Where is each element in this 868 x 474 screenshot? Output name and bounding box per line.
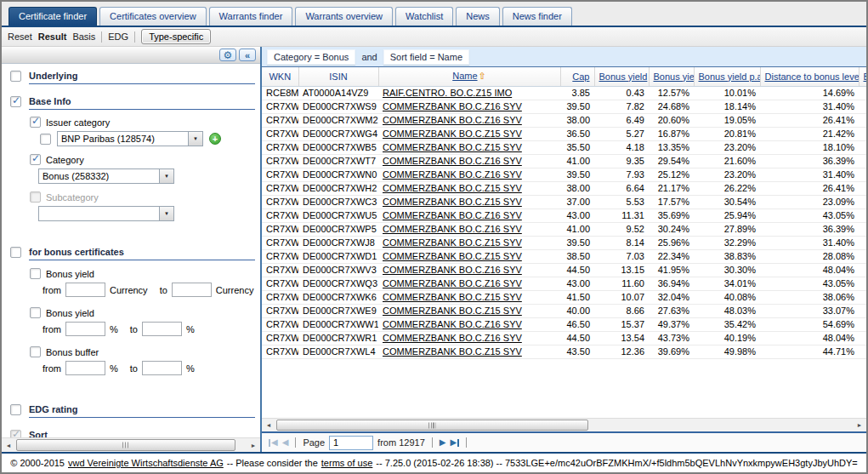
- bonus-yield-currency-checkbox[interactable]: [30, 268, 41, 279]
- table-row[interactable]: CR7XWUDE000CR7XWU5COMMERZBANK BO.C.Z16 S…: [262, 208, 866, 222]
- sidebar-horizontal-scrollbar[interactable]: ◄ ►: [2, 437, 260, 452]
- bonus-buffer-checkbox[interactable]: [30, 346, 41, 357]
- certificate-name-link[interactable]: COMMERZBANK BO.C.Z15 SYV: [383, 128, 522, 139]
- toolbar-edg[interactable]: EDG: [108, 31, 128, 42]
- category-checkbox[interactable]: [30, 154, 41, 165]
- table-row[interactable]: CR7XWTDE000CR7XWT7COMMERZBANK BO.C.Z16 S…: [262, 154, 866, 168]
- page-number-input[interactable]: [329, 436, 373, 450]
- dropdown-arrow-icon[interactable]: ▼: [159, 169, 173, 183]
- bonus-yield-percent-to-input[interactable]: [142, 322, 182, 336]
- column-header-name-2[interactable]: Name⇧: [378, 67, 560, 86]
- column-header-distance-to-bonus-level-7[interactable]: Distance to bonus level: [760, 67, 859, 86]
- scroll-left-arrow-icon[interactable]: ◄: [2, 438, 15, 452]
- issuer-select[interactable]: BNP Paribas (128574) ▼: [57, 131, 203, 146]
- table-row[interactable]: CR7XWSDE000CR7XWS9COMMERZBANK BO.C.Z16 S…: [262, 100, 866, 113]
- certificate-name-link[interactable]: COMMERZBANK BO.C.Z15 SYV: [383, 237, 522, 248]
- table-row[interactable]: RCE8MHAT0000A14VZ9RAIF.CENTRO. BO.C.Z15 …: [262, 86, 866, 100]
- scroll-right-arrow-icon[interactable]: ►: [853, 419, 866, 431]
- table-row[interactable]: CR7XWLDE000CR7XWL4COMMERZBANK BO.C.Z15 S…: [262, 345, 866, 358]
- filter-chip-category[interactable]: Category = Bonus: [267, 49, 355, 65]
- certificate-name-link[interactable]: COMMERZBANK BO.C.Z15 SYV: [383, 183, 522, 193]
- table-row[interactable]: CR7XWWDE000CR7XWW1COMMERZBANK BO.C.Z16 S…: [262, 317, 866, 331]
- next-page-button[interactable]: ▶: [440, 438, 446, 447]
- last-page-button[interactable]: ▶: [450, 438, 459, 447]
- bonus-buffer-from-input[interactable]: [65, 361, 105, 375]
- table-row[interactable]: CR7XWQDE000CR7XWQ3COMMERZBANK BO.C.Z16 S…: [262, 277, 866, 290]
- tab-warrants-finder[interactable]: Warrants finder: [209, 7, 293, 26]
- first-page-button[interactable]: ◀: [269, 438, 278, 447]
- sort-checkbox[interactable]: [10, 430, 21, 437]
- tab-warrants-overview[interactable]: Warrants overview: [295, 7, 393, 26]
- certificate-name-link[interactable]: COMMERZBANK BO.C.Z15 SYV: [383, 142, 522, 152]
- category-select[interactable]: Bonus (258332) ▼: [38, 168, 174, 184]
- bonus-yield-percent-from-input[interactable]: [65, 322, 105, 336]
- certificate-name-link[interactable]: COMMERZBANK BO.C.Z16 SYV: [383, 156, 522, 166]
- bonus-yield-currency-from-input[interactable]: [65, 283, 105, 297]
- certificate-name-link[interactable]: COMMERZBANK BO.C.Z16 SYV: [383, 319, 522, 329]
- scrollbar-thumb[interactable]: [276, 420, 588, 431]
- dropdown-arrow-icon[interactable]: ▼: [188, 132, 202, 146]
- column-header-bonus-yield-p-a-6[interactable]: Bonus yield p.a.: [694, 67, 760, 86]
- add-issuer-button[interactable]: +: [209, 133, 221, 145]
- bonus-yield-percent-checkbox[interactable]: [30, 307, 41, 318]
- certificate-name-link[interactable]: COMMERZBANK BO.C.Z16 SYV: [383, 278, 522, 288]
- table-row[interactable]: CR7XWPDE000CR7XWP5COMMERZBANK BO.C.Z16 S…: [262, 222, 866, 236]
- scrollbar-thumb[interactable]: [16, 439, 235, 451]
- toolbar-type-specific-button[interactable]: Type-specific: [141, 29, 211, 44]
- toolbar-basis[interactable]: Basis: [72, 31, 95, 42]
- bonus-buffer-to-input[interactable]: [142, 361, 182, 375]
- certificate-name-link[interactable]: COMMERZBANK BO.C.Z15 SYV: [383, 346, 522, 357]
- scrollbar-track[interactable]: [15, 438, 247, 452]
- bonus-yield-currency-to-input[interactable]: [172, 283, 212, 297]
- table-row[interactable]: CR7XWDDE000CR7XWD1COMMERZBANK BO.C.Z15 S…: [262, 249, 866, 263]
- toolbar-result[interactable]: Result: [38, 31, 67, 42]
- table-row[interactable]: CR7XWRDE000CR7XWR1COMMERZBANK BO.C.Z16 S…: [262, 331, 866, 345]
- certificate-name-link[interactable]: COMMERZBANK BO.C.Z16 SYV: [383, 101, 522, 111]
- subcategory-checkbox[interactable]: [30, 191, 41, 203]
- table-horizontal-scrollbar[interactable]: ◄ ►: [262, 418, 866, 431]
- table-row[interactable]: CR7XWVDE000CR7XWV3COMMERZBANK BO.C.Z16 S…: [262, 263, 866, 277]
- column-header-cap-3[interactable]: Cap: [560, 67, 594, 86]
- table-row[interactable]: CR7XWMDE000CR7XWM2COMMERZBANK BO.C.Z16 S…: [262, 113, 866, 127]
- toolbar-reset[interactable]: Reset: [8, 31, 32, 42]
- certificate-name-link[interactable]: COMMERZBANK BO.C.Z16 SYV: [383, 169, 522, 180]
- issuer-item-checkbox[interactable]: [40, 134, 51, 145]
- scroll-right-arrow-icon[interactable]: ►: [247, 438, 260, 452]
- column-header-bonus-yield-4[interactable]: Bonus yield: [594, 67, 649, 86]
- tab-certificate-finder[interactable]: Certificate finder: [9, 7, 97, 26]
- dropdown-arrow-icon[interactable]: ▼: [159, 207, 173, 220]
- prev-page-button[interactable]: ◀: [282, 438, 289, 447]
- certificate-name-link[interactable]: COMMERZBANK BO.C.Z15 SYV: [383, 306, 522, 316]
- issuer-category-checkbox[interactable]: [30, 117, 41, 128]
- tab-news-finder[interactable]: News finder: [502, 7, 572, 26]
- table-row[interactable]: CR7XWHDE000CR7XWH2COMMERZBANK BO.C.Z15 S…: [262, 181, 866, 195]
- table-row[interactable]: CR7XWJDE000CR7XWJ8COMMERZBANK BO.C.Z15 S…: [262, 236, 866, 249]
- table-row[interactable]: CR7XWNDE000CR7XWN0COMMERZBANK BO.C.Z16 S…: [262, 168, 866, 181]
- tab-watchlist[interactable]: Watchlist: [395, 7, 453, 26]
- tab-news[interactable]: News: [456, 7, 500, 26]
- table-row[interactable]: CR7XWCDE000CR7XWC3COMMERZBANK BO.C.Z15 S…: [262, 195, 866, 208]
- filter-chip-sort-field[interactable]: Sort field = Name: [383, 49, 469, 65]
- certificate-name-link[interactable]: COMMERZBANK BO.C.Z15 SYV: [383, 292, 522, 302]
- certificate-name-link[interactable]: COMMERZBANK BO.C.Z16 SYV: [383, 265, 522, 275]
- certificate-name-link[interactable]: COMMERZBANK BO.C.Z16 SYV: [383, 115, 522, 125]
- edg-rating-checkbox[interactable]: [10, 404, 21, 415]
- certificate-name-link[interactable]: COMMERZBANK BO.C.Z15 SYV: [383, 251, 522, 261]
- table-row[interactable]: CR7XWEDE000CR7XWE9COMMERZBANK BO.C.Z15 S…: [262, 304, 866, 317]
- certificate-name-link[interactable]: COMMERZBANK BO.C.Z16 SYV: [383, 210, 522, 220]
- collapse-sidebar-button[interactable]: «: [239, 49, 256, 61]
- settings-gear-button[interactable]: ⚙: [219, 49, 236, 61]
- column-header-bonus-yield-5[interactable]: Bonus yield: [649, 67, 694, 86]
- column-header-b-8[interactable]: B: [859, 67, 866, 86]
- certificate-name-link[interactable]: COMMERZBANK BO.C.Z16 SYV: [383, 224, 522, 234]
- certificate-name-link[interactable]: COMMERZBANK BO.C.Z15 SYV: [383, 197, 522, 207]
- base-info-checkbox[interactable]: [10, 96, 21, 107]
- tab-certificates-overview[interactable]: Certificates overview: [99, 7, 206, 26]
- table-row[interactable]: CR7XWBDE000CR7XWB5COMMERZBANK BO.C.Z15 S…: [262, 140, 866, 154]
- bonus-certificates-checkbox[interactable]: [10, 247, 21, 258]
- company-link[interactable]: vwd Vereinigte Wirtschaftsdienste AG: [68, 458, 224, 468]
- underlying-checkbox[interactable]: [10, 71, 21, 82]
- table-row[interactable]: CR7XWGDE000CR7XWG4COMMERZBANK BO.C.Z15 S…: [262, 127, 866, 140]
- table-row[interactable]: CR7XWKDE000CR7XWK6COMMERZBANK BO.C.Z15 S…: [262, 290, 866, 304]
- scrollbar-track[interactable]: [275, 419, 853, 431]
